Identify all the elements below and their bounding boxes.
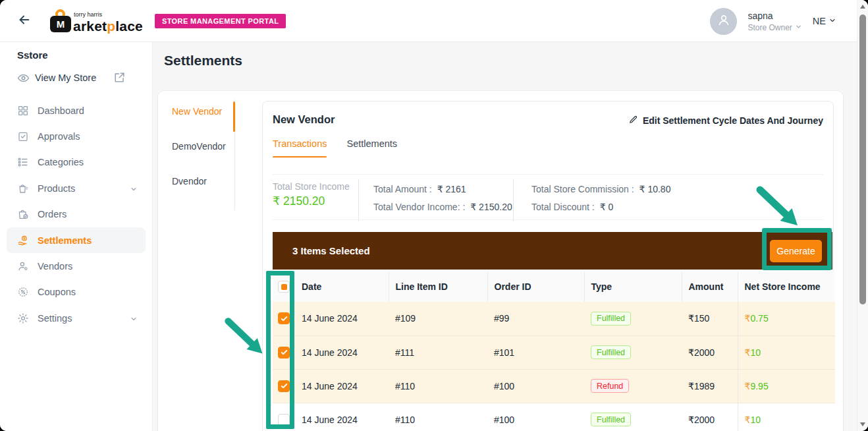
app-header: M torry harris arketplace STORE MANAGEME…: [0, 0, 868, 42]
vendor-active-indicator: [233, 101, 235, 132]
edit-settlement-cycle-link[interactable]: Edit Settlement Cycle Dates And Journey: [628, 115, 823, 127]
table-header-row: DateLine Item IDOrder IDTypeAmountNet St…: [273, 272, 835, 302]
coupons-icon: [17, 286, 29, 298]
scrollbar-thumb[interactable]: [859, 14, 866, 304]
row-checkbox[interactable]: [278, 414, 290, 426]
line-item-id-cell: #111: [389, 335, 487, 369]
person-icon: [716, 12, 732, 30]
tab-settlements[interactable]: Settlements: [346, 138, 397, 158]
store-label: Sstore: [17, 49, 48, 61]
net-store-income-cell: ₹0.75: [738, 302, 835, 335]
date-cell: 14 June 2024: [295, 302, 389, 335]
sidebar-item-categories[interactable]: Categories: [7, 150, 146, 175]
column-header-line-item-id: Line Item ID: [389, 272, 487, 302]
line-item-id-cell: #110: [389, 369, 487, 403]
page-title: Settlements: [164, 53, 242, 69]
row-checkbox[interactable]: [278, 380, 290, 392]
dashboard-icon: [17, 105, 29, 117]
date-cell: 14 June 2024: [295, 403, 389, 431]
vendor-tab-dvendor[interactable]: Dvendor: [172, 176, 232, 187]
panel-tabs: Transactions Settlements: [273, 138, 397, 158]
table-row: 14 June 2024#110#100Fulfilled₹2000₹10: [273, 403, 835, 431]
net-store-income-cell: ₹10: [738, 403, 835, 431]
amount-cell: ₹150: [682, 302, 738, 335]
sidebar-menu: DashboardApprovalsCategoriesProductsOrde…: [0, 98, 152, 331]
total-vendor-income: Total Vendor Income: :₹ 2150.20: [373, 202, 512, 212]
sidebar-item-label: Categories: [38, 157, 84, 167]
items-selected-label: 3 Items Selected: [292, 245, 370, 256]
scroll-down-arrow[interactable]: [860, 422, 865, 426]
vendor-tab-demovendor[interactable]: DemoVendor: [172, 141, 232, 152]
marketplace-logo: M torry harris arketplace: [50, 9, 143, 33]
amount-cell: ₹2000: [682, 403, 738, 431]
view-my-store[interactable]: View My Store: [0, 69, 152, 88]
sidebar-item-settings[interactable]: Settings: [7, 305, 146, 331]
row-checkbox[interactable]: [278, 312, 290, 324]
sidebar-item-orders[interactable]: Orders: [7, 202, 146, 227]
transactions-table: DateLine Item IDOrder IDTypeAmountNet St…: [273, 272, 835, 431]
vendor-tab-new-vendor[interactable]: New Vendor: [172, 106, 232, 117]
eye-icon: [17, 72, 30, 84]
total-store-income-label: Total Store Income: [273, 181, 350, 192]
arrow-left-icon: [17, 13, 32, 29]
sidebar-item-dashboard[interactable]: Dashboard: [7, 98, 146, 123]
tab-transactions[interactable]: Transactions: [273, 138, 327, 158]
external-link-icon[interactable]: [113, 71, 126, 84]
table-row: 14 June 2024#110#100Refund₹1989₹9.95: [273, 369, 835, 403]
line-item-id-cell: #109: [389, 302, 487, 335]
user-name: sapna: [747, 11, 801, 21]
products-icon: [17, 183, 29, 194]
app-window: M torry harris arketplace STORE MANAGEME…: [0, 0, 868, 431]
vendor-panel: New Vendor Edit Settlement Cycle Dates A…: [262, 101, 834, 431]
generate-button[interactable]: Generate: [770, 240, 822, 262]
locale-dropdown[interactable]: NE: [813, 16, 836, 26]
selection-bar: 3 Items Selected Generate: [273, 232, 832, 270]
type-badge: Refund: [591, 379, 629, 393]
sidebar-item-settlements[interactable]: Settlements: [7, 227, 146, 253]
pencil-icon: [628, 115, 638, 127]
chevron-down-icon: [130, 185, 138, 192]
settlements-icon: [17, 235, 29, 246]
logo-brand: arketplace: [73, 19, 143, 33]
type-badge: Fulfilled: [591, 413, 631, 426]
sidebar-item-label: Products: [38, 183, 75, 194]
vendors-icon: [17, 260, 29, 272]
select-all-checkbox[interactable]: [278, 281, 290, 293]
row-checkbox[interactable]: [278, 347, 290, 359]
order-id-cell: #100: [487, 403, 584, 431]
sidebar-item-label: Settlements: [38, 235, 92, 246]
orders-icon: [17, 208, 29, 220]
sidebar-item-coupons[interactable]: Coupons: [7, 279, 146, 305]
divider: [273, 174, 823, 175]
column-header-net-store-income: Net Store Income: [738, 272, 835, 302]
column-header-type: Type: [584, 272, 682, 302]
categories-icon: [17, 156, 29, 168]
total-amount: Total Amount :₹ 2161: [373, 184, 466, 194]
sidebar-item-label: Settings: [38, 313, 72, 324]
order-id-cell: #99: [487, 302, 584, 335]
type-badge: Fulfilled: [591, 345, 631, 359]
sidebar-item-label: Dashboard: [38, 105, 84, 116]
divider: [513, 179, 514, 221]
sidebar-item-vendors[interactable]: Vendors: [7, 253, 146, 279]
view-my-store-label: View My Store: [35, 72, 96, 83]
main-content: Settlements New VendorDemoVendorDvendor …: [153, 42, 868, 431]
scrollbar: [857, 0, 868, 431]
divider: [273, 219, 823, 220]
sidebar-item-approvals[interactable]: Approvals: [7, 123, 146, 149]
user-role-dropdown[interactable]: Store Owner: [747, 23, 801, 32]
divider: [358, 179, 359, 221]
net-store-income-cell: ₹9.95: [738, 369, 835, 403]
panel-title: New Vendor: [273, 113, 335, 126]
sidebar-item-products[interactable]: Products: [7, 175, 146, 201]
transactions-table-wrap: DateLine Item IDOrder IDTypeAmountNet St…: [273, 272, 832, 431]
scroll-up-arrow[interactable]: [860, 5, 865, 9]
avatar[interactable]: [710, 8, 737, 35]
sidebar-item-label: Coupons: [38, 287, 76, 297]
settings-icon: [17, 312, 29, 324]
order-id-cell: #100: [487, 369, 584, 403]
table-row: 14 June 2024#109#99Fulfilled₹150₹0.75: [273, 302, 835, 335]
date-cell: 14 June 2024: [295, 335, 389, 369]
back-button[interactable]: [17, 13, 34, 30]
chevron-down-icon: [130, 314, 138, 322]
